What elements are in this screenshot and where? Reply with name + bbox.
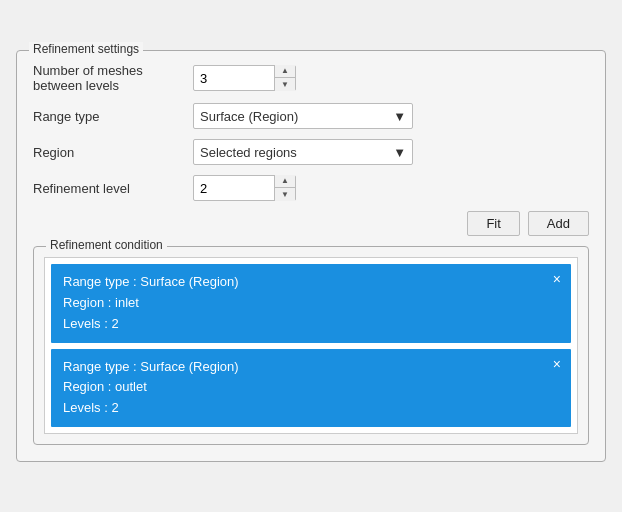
meshes-spinbox-buttons: ▲ ▼: [274, 65, 295, 91]
refinement-level-row: Refinement level ▲ ▼: [33, 175, 589, 201]
condition-item-0-line3: Levels : 2: [63, 314, 559, 335]
add-button[interactable]: Add: [528, 211, 589, 236]
refinement-settings-label: Refinement settings: [29, 42, 143, 56]
refinement-condition-group: Refinement condition Range type : Surfac…: [33, 246, 589, 445]
condition-item-0-line1: Range type : Surface (Region): [63, 272, 559, 293]
condition-item-0-line2: Region : inlet: [63, 293, 559, 314]
meshes-decrement-button[interactable]: ▼: [275, 78, 295, 91]
range-type-label: Range type: [33, 109, 193, 124]
range-type-arrow-icon: ▼: [393, 109, 406, 124]
condition-item-1: Range type : Surface (Region) Region : o…: [51, 349, 571, 427]
condition-item-1-line2: Region : outlet: [63, 377, 559, 398]
meshes-spinbox[interactable]: ▲ ▼: [193, 65, 296, 91]
condition-item-0-close-button[interactable]: ×: [553, 272, 561, 286]
condition-item-1-line3: Levels : 2: [63, 398, 559, 419]
region-arrow-icon: ▼: [393, 145, 406, 160]
refinement-level-spinbox[interactable]: ▲ ▼: [193, 175, 296, 201]
refinement-level-input[interactable]: [194, 176, 274, 200]
condition-item-1-line1: Range type : Surface (Region): [63, 357, 559, 378]
refinement-level-increment-button[interactable]: ▲: [275, 175, 295, 188]
action-buttons-row: Fit Add: [33, 211, 589, 236]
condition-item-0: Range type : Surface (Region) Region : i…: [51, 264, 571, 342]
region-row: Region Selected regions ▼: [33, 139, 589, 165]
region-select[interactable]: Selected regions ▼: [193, 139, 413, 165]
fit-button[interactable]: Fit: [467, 211, 519, 236]
meshes-row: Number of meshes between levels ▲ ▼: [33, 63, 589, 93]
range-type-row: Range type Surface (Region) ▼: [33, 103, 589, 129]
region-value: Selected regions: [200, 145, 297, 160]
region-label: Region: [33, 145, 193, 160]
range-type-value: Surface (Region): [200, 109, 298, 124]
refinement-level-decrement-button[interactable]: ▼: [275, 188, 295, 201]
range-type-select[interactable]: Surface (Region) ▼: [193, 103, 413, 129]
condition-item-1-close-button[interactable]: ×: [553, 357, 561, 371]
refinement-level-label: Refinement level: [33, 181, 193, 196]
meshes-label: Number of meshes between levels: [33, 63, 193, 93]
meshes-input[interactable]: [194, 66, 274, 90]
refinement-settings-panel: Refinement settings Number of meshes bet…: [16, 50, 606, 462]
refinement-condition-label: Refinement condition: [46, 238, 167, 252]
meshes-increment-button[interactable]: ▲: [275, 65, 295, 78]
refinement-level-spinbox-buttons: ▲ ▼: [274, 175, 295, 201]
condition-list: Range type : Surface (Region) Region : i…: [44, 257, 578, 434]
